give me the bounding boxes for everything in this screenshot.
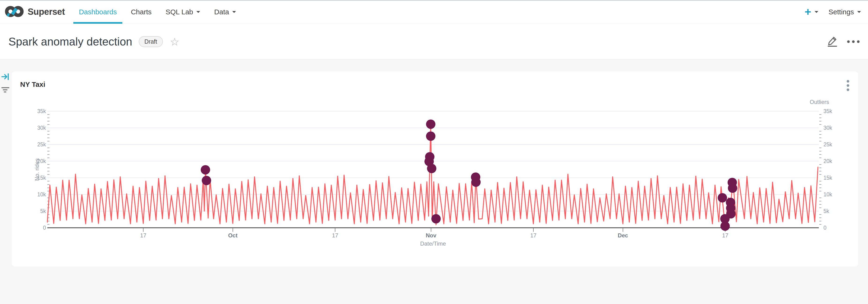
pencil-icon bbox=[827, 36, 838, 47]
nav-item-label: Data bbox=[214, 8, 229, 16]
outlier-point bbox=[201, 165, 210, 174]
nav-item-charts[interactable]: Charts bbox=[124, 0, 158, 24]
superset-logo-icon bbox=[5, 6, 24, 18]
outlier-point bbox=[427, 164, 436, 173]
dashboard-actions bbox=[827, 36, 868, 48]
outlier-point bbox=[726, 209, 736, 218]
x-tick-label: Nov bbox=[426, 232, 437, 239]
y-tick-label-left: 30k bbox=[37, 125, 46, 131]
new-item-button[interactable]: + bbox=[805, 6, 818, 18]
y-tick-label-left: 0 bbox=[43, 225, 46, 231]
y-tick-label-left: 10k bbox=[37, 191, 46, 197]
nav-item-dashboards[interactable]: Dashboards bbox=[72, 0, 124, 24]
status-badge: Draft bbox=[139, 36, 163, 47]
dashboard-header: Spark anomaly detection Draft ☆ bbox=[0, 24, 868, 60]
x-tick-label: 17 bbox=[722, 232, 728, 239]
nav-item-label: Dashboards bbox=[79, 8, 117, 16]
nav-right-actions: + Settings bbox=[805, 6, 868, 18]
chevron-down-icon bbox=[857, 11, 861, 15]
chevron-down-icon bbox=[196, 11, 200, 15]
edit-dashboard-button[interactable] bbox=[827, 36, 838, 48]
more-options-button[interactable] bbox=[847, 40, 860, 43]
y-tick-label-right: 25k bbox=[824, 141, 832, 147]
x-tick-label: 17 bbox=[332, 232, 338, 239]
expand-filter-bar-button[interactable] bbox=[1, 73, 9, 81]
y-tick-label-right: 10k bbox=[824, 191, 832, 197]
outlier-point bbox=[426, 119, 435, 129]
x-axis-title: Date/Time bbox=[420, 241, 446, 247]
filter-button[interactable] bbox=[1, 87, 10, 94]
outlier-point bbox=[426, 132, 435, 141]
main-nav: DashboardsChartsSQL LabData bbox=[72, 0, 243, 24]
x-tick-label: Dec bbox=[618, 232, 628, 239]
brand-name: Superset bbox=[28, 7, 65, 17]
nav-item-label: SQL Lab bbox=[166, 8, 193, 16]
x-tick-label: 17 bbox=[140, 232, 147, 239]
y-tick-label-right: 15k bbox=[824, 175, 832, 181]
y-tick-label-right: 35k bbox=[824, 108, 832, 114]
superset-dashboard-page: Superset DashboardsChartsSQL LabData + S… bbox=[0, 0, 868, 304]
outlier-point bbox=[720, 221, 730, 231]
x-tick-label: Oct bbox=[228, 232, 238, 239]
nytaxi-timeseries-chart[interactable]: 005k5k10k10k15k15k20k20k25k25k30k30k35k3… bbox=[12, 72, 858, 267]
outlier-point bbox=[718, 193, 727, 202]
y-tick-label-right: 0 bbox=[824, 225, 827, 231]
y-tick-label-left: 25k bbox=[37, 141, 46, 147]
x-tick-label: 17 bbox=[530, 232, 537, 239]
outlier-point bbox=[471, 177, 480, 187]
y-axis-title: No. rides bbox=[34, 158, 40, 181]
chevron-down-icon bbox=[814, 11, 818, 15]
y-tick-label-right: 20k bbox=[824, 158, 832, 164]
right-axis-label: Outliers bbox=[810, 99, 829, 105]
superset-brand[interactable]: Superset bbox=[0, 6, 65, 18]
page-title: Spark anomaly detection bbox=[8, 35, 132, 48]
chevron-down-icon bbox=[232, 11, 236, 15]
outlier-point bbox=[431, 214, 441, 224]
y-tick-label-right: 5k bbox=[824, 208, 829, 214]
y-tick-label-right: 30k bbox=[824, 125, 832, 131]
axes bbox=[47, 228, 819, 232]
nav-item-sql-lab[interactable]: SQL Lab bbox=[159, 0, 207, 24]
settings-label: Settings bbox=[829, 8, 854, 16]
y-tick-label-left: 35k bbox=[37, 108, 46, 114]
arrow-to-bar-icon bbox=[1, 73, 9, 80]
top-navbar: Superset DashboardsChartsSQL LabData + S… bbox=[0, 0, 868, 24]
y-tick-label-left: 5k bbox=[40, 208, 46, 214]
chart-card-ny-taxi: NY Taxi 005k5k10k10k15k15k20k20k25k25k30… bbox=[12, 72, 858, 267]
filter-lines-icon bbox=[1, 87, 10, 93]
outlier-point bbox=[202, 176, 211, 185]
nav-item-data[interactable]: Data bbox=[207, 0, 243, 24]
outlier-point bbox=[728, 184, 737, 193]
settings-menu[interactable]: Settings bbox=[829, 8, 861, 16]
favorite-star-icon[interactable]: ☆ bbox=[170, 36, 180, 47]
plus-icon: + bbox=[805, 6, 811, 18]
ellipsis-icon bbox=[847, 40, 850, 43]
nav-item-label: Charts bbox=[131, 8, 151, 16]
